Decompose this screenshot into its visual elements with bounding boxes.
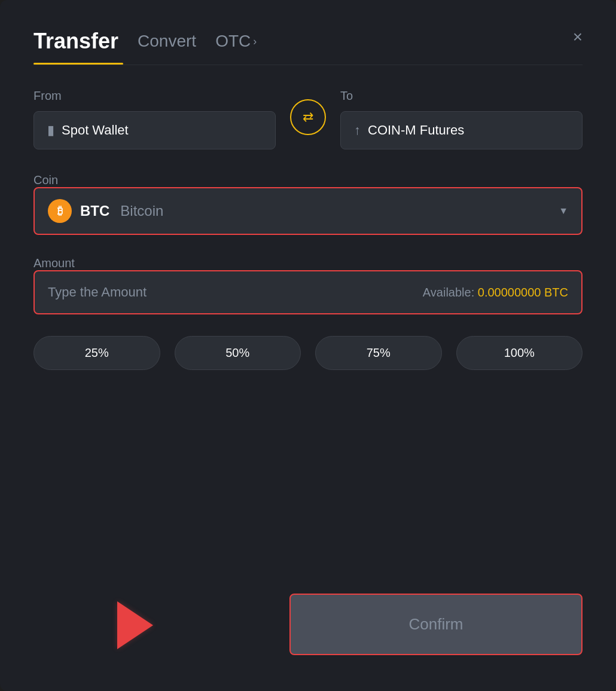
available-balance: Available: 0.00000000 BTC (423, 286, 568, 299)
transfer-modal: Transfer Convert OTC › × From ▮ Spot Wal… (0, 0, 616, 691)
confirm-button[interactable]: Confirm (289, 594, 583, 655)
confirm-arrow-icon (117, 601, 153, 649)
coin-label: Coin (33, 173, 58, 186)
tab-underline-container (33, 63, 583, 65)
coin-symbol: BTC (80, 203, 109, 219)
bottom-section: Confirm (33, 594, 583, 655)
percent-75-button[interactable]: 75% (315, 336, 442, 370)
available-amount-value: 0.00000000 BTC (478, 286, 568, 299)
from-to-row: From ▮ Spot Wallet ⇄ To ↑ COIN-M Futures (33, 89, 583, 149)
active-tab-indicator (33, 63, 123, 65)
swap-wrapper: ⇄ (276, 99, 340, 140)
coin-chevron-icon: ▼ (559, 206, 568, 216)
to-group: To ↑ COIN-M Futures (340, 89, 583, 149)
coin-selector[interactable]: ₿ BTC Bitcoin ▼ (33, 187, 583, 235)
convert-tab[interactable]: Convert (138, 32, 196, 51)
amount-label: Amount (33, 256, 75, 270)
percent-50-button[interactable]: 50% (175, 336, 301, 370)
close-button[interactable]: × (573, 29, 583, 45)
modal-header: Transfer Convert OTC › × (33, 29, 583, 54)
from-label: From (33, 89, 276, 103)
swap-arrows-icon: ⇄ (303, 109, 313, 125)
to-wallet-selector[interactable]: ↑ COIN-M Futures (340, 111, 583, 149)
to-wallet-name: COIN-M Futures (368, 123, 464, 138)
from-wallet-name: Spot Wallet (62, 123, 129, 138)
otc-chevron-icon: › (253, 35, 257, 48)
coin-section: Coin ₿ BTC Bitcoin ▼ (33, 173, 583, 235)
btc-icon: ₿ (48, 199, 72, 223)
transfer-tab-active[interactable]: Transfer (33, 29, 118, 54)
amount-input-wrapper: Available: 0.00000000 BTC (33, 270, 583, 314)
futures-icon: ↑ (354, 123, 361, 138)
otc-tab[interactable]: OTC › (215, 32, 257, 51)
percent-100-button[interactable]: 100% (456, 336, 583, 370)
arrow-indicator (117, 601, 153, 649)
swap-button[interactable]: ⇄ (290, 99, 326, 135)
amount-input[interactable] (48, 285, 423, 300)
percent-row: 25% 50% 75% 100% (33, 336, 583, 370)
percent-25-button[interactable]: 25% (33, 336, 160, 370)
from-group: From ▮ Spot Wallet (33, 89, 276, 149)
from-wallet-selector[interactable]: ▮ Spot Wallet (33, 111, 276, 149)
amount-section: Amount Available: 0.00000000 BTC (33, 256, 583, 314)
coin-full-name: Bitcoin (120, 203, 163, 219)
wallet-card-icon: ▮ (47, 123, 54, 138)
to-label: To (340, 89, 583, 103)
